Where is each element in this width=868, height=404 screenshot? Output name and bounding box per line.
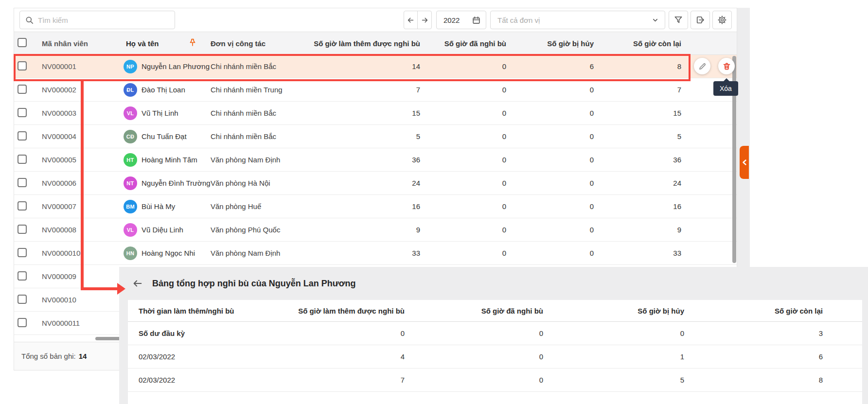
avatar: HT xyxy=(124,153,137,167)
detail-title: Bảng tổng hợp nghỉ bù của Nguyễn Lan Phư… xyxy=(152,279,356,289)
employee-code: NV000009 xyxy=(42,272,124,281)
delete-tooltip: Xóa xyxy=(713,81,738,96)
row-checkbox[interactable] xyxy=(18,271,27,281)
detail-remaining-cell: 8 xyxy=(688,376,827,384)
canceled-hours-cell: 0 xyxy=(507,156,595,164)
row-checkbox[interactable] xyxy=(18,108,27,117)
canceled-hours-cell: 0 xyxy=(507,249,595,257)
detail-period-cell: Số dư đầu kỳ xyxy=(128,329,275,337)
chevron-left-icon xyxy=(742,159,747,165)
detail-period-cell: 02/03/2022 xyxy=(128,376,275,384)
canceled-hours-cell: 0 xyxy=(507,109,595,117)
overtime-hours-cell: 5 xyxy=(312,132,421,141)
detail-table-header: Thời gian làm thêm/nghỉ bù Số giờ làm th… xyxy=(128,300,868,322)
avatar: BM xyxy=(124,200,137,213)
employee-code: NV000002 xyxy=(42,86,124,94)
detail-taken-cell: 0 xyxy=(408,329,547,337)
table-row[interactable]: NV000001 NP Nguyễn Lan Phương Chi nhánh … xyxy=(14,55,737,78)
export-button[interactable] xyxy=(691,11,710,29)
avatar: HN xyxy=(124,246,137,260)
row-checkbox[interactable] xyxy=(18,61,27,70)
unit-cell: Chi nhánh miền Trung xyxy=(207,86,312,94)
column-header-name-label: Họ và tên xyxy=(126,39,159,48)
column-header-code: Mã nhân viên xyxy=(42,39,124,48)
remaining-hours-cell: 9 xyxy=(595,226,682,234)
next-year-button[interactable] xyxy=(418,11,431,29)
table-row[interactable]: NV000004 CĐ Chu Tuấn Đạt Chi nhánh miền … xyxy=(14,125,737,148)
employee-code: NV000003 xyxy=(42,109,124,117)
row-checkbox[interactable] xyxy=(18,201,27,211)
avatar: NP xyxy=(124,60,137,73)
detail-canceled-cell: 0 xyxy=(547,329,688,337)
employee-code: NV000001 xyxy=(42,62,124,70)
detail-row: Số dư đầu kỳ 0 0 0 3 xyxy=(128,322,868,345)
row-checkbox[interactable] xyxy=(18,178,27,187)
taken-hours-cell: 0 xyxy=(421,249,507,257)
detail-column-remaining: Số giờ còn lại xyxy=(688,307,827,315)
taken-hours-cell: 0 xyxy=(421,179,507,187)
unit-cell: Văn phòng Huế xyxy=(207,202,312,211)
detail-taken-cell: 0 xyxy=(408,352,547,361)
select-all-checkbox[interactable] xyxy=(18,38,27,47)
row-checkbox[interactable] xyxy=(18,295,27,304)
employee-code: NV000004 xyxy=(42,132,124,141)
overtime-hours-cell: 16 xyxy=(312,202,421,211)
table-row[interactable]: NV000008 VL Vũ Diệu Linh Văn phòng Phú Q… xyxy=(14,218,737,242)
table-row[interactable]: NV000002 ĐL Đào Thị Loan Chi nhánh miền … xyxy=(14,78,737,102)
table-row[interactable]: NV000006 NT Nguyễn Đình Trường Văn phòng… xyxy=(14,172,737,195)
collapse-handle[interactable] xyxy=(740,146,749,179)
unit-cell: Chi nhánh miền Bắc xyxy=(207,62,312,70)
overtime-hours-cell: 24 xyxy=(312,179,421,187)
employee-name: Vũ Diệu Linh xyxy=(142,226,183,234)
row-checkbox[interactable] xyxy=(18,155,27,164)
row-checkbox[interactable] xyxy=(18,225,27,234)
canceled-hours-cell: 0 xyxy=(507,132,595,141)
canceled-hours-cell: 0 xyxy=(507,202,595,211)
taken-hours-cell: 0 xyxy=(421,226,507,234)
remaining-hours-cell: 15 xyxy=(595,109,682,117)
filter-icon xyxy=(673,15,683,25)
detail-row: 02/03/2022 4 0 1 6 xyxy=(128,345,868,369)
unit-filter-select[interactable]: Tất cả đơn vị xyxy=(490,11,665,29)
detail-column-taken: Số giờ đã nghỉ bù xyxy=(408,307,547,315)
row-checkbox[interactable] xyxy=(18,248,27,257)
detail-panel: Bảng tổng hợp nghỉ bù của Nguyễn Lan Phư… xyxy=(119,267,868,404)
delete-button[interactable] xyxy=(718,58,735,74)
push-pin-icon[interactable] xyxy=(188,38,197,49)
filter-button[interactable] xyxy=(669,11,688,29)
taken-hours-cell: 0 xyxy=(421,202,507,211)
table-row[interactable]: NV000003 VL Vũ Thị Linh Chi nhánh miền B… xyxy=(14,102,737,125)
employee-code: NV0000011 xyxy=(42,319,124,327)
row-checkbox[interactable] xyxy=(18,85,27,94)
overtime-hours-cell: 15 xyxy=(312,109,421,117)
table-row[interactable]: NV000005 HT Hoàng Minh Tâm Văn phòng Nam… xyxy=(14,148,737,172)
records-total-count: 14 xyxy=(79,352,87,360)
previous-year-button[interactable] xyxy=(404,11,418,29)
settings-button[interactable] xyxy=(712,11,732,29)
side-panel-strip xyxy=(737,8,750,267)
employee-name: Nguyễn Đình Trường xyxy=(142,179,211,187)
table-header: Mã nhân viên Họ và tên Đơn vị công tác S… xyxy=(14,32,737,55)
search-icon xyxy=(25,16,34,25)
row-checkbox[interactable] xyxy=(18,131,27,141)
column-header-canceled: Số giờ bị hủy xyxy=(507,39,595,48)
avatar: NT xyxy=(124,176,137,190)
edit-button[interactable] xyxy=(694,58,710,74)
remaining-hours-cell: 24 xyxy=(595,179,682,187)
detail-scrollbar-track[interactable] xyxy=(862,300,868,404)
table-row[interactable]: NV0000010 HN Hoàng Ngọc Nhi Văn phòng Na… xyxy=(14,242,737,265)
back-button[interactable] xyxy=(130,276,145,291)
year-picker[interactable]: 2022 xyxy=(436,11,486,29)
row-checkbox[interactable] xyxy=(18,318,27,327)
unit-cell: Văn phòng Nam Định xyxy=(207,249,312,257)
search-input[interactable] xyxy=(38,16,170,24)
remaining-hours-cell: 5 xyxy=(595,132,682,141)
year-nav-group xyxy=(404,11,432,29)
employee-name: Chu Tuấn Đạt xyxy=(142,132,187,141)
taken-hours-cell: 0 xyxy=(421,132,507,141)
detail-table-body: Số dư đầu kỳ 0 0 0 3 02/03/2022 4 0 1 6 xyxy=(128,322,868,392)
table-row[interactable]: NV000007 BM Bùi Hà My Văn phòng Huế 16 0… xyxy=(14,195,737,218)
arrow-left-icon xyxy=(407,16,415,24)
remaining-hours-cell: 7 xyxy=(595,86,682,94)
employee-code: NV000006 xyxy=(42,179,124,187)
